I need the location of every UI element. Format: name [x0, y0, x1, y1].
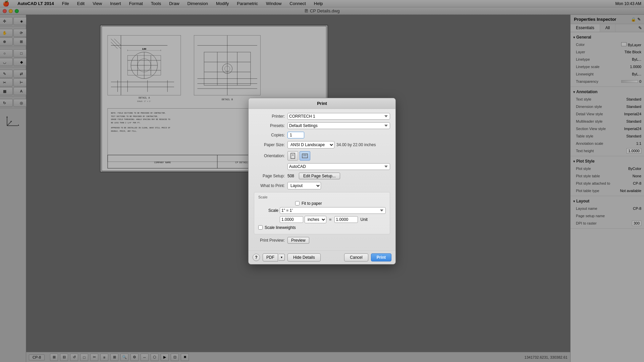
app-select-row: AutoCAD — [254, 163, 390, 170]
printer-row: Printer: CORRTECH 1 — [254, 113, 390, 120]
app-select-control: AutoCAD — [287, 163, 390, 170]
preview-button[interactable]: Preview — [287, 237, 309, 244]
scale-lineweights-checkbox[interactable] — [258, 225, 263, 230]
orientation-control — [287, 151, 390, 161]
dialog-title: Print — [249, 98, 395, 109]
orientation-row: Orientation: — [254, 151, 390, 161]
presets-control: Default Settings — [287, 122, 390, 129]
scale-input-right[interactable] — [334, 216, 358, 223]
help-button[interactable]: ? — [253, 254, 260, 261]
dialog-overlay: Print Printer: CORRTECH 1 Presets: Defau… — [0, 0, 644, 362]
copies-input[interactable] — [287, 132, 304, 138]
scale-lineweights-row: Scale lineweights — [258, 225, 386, 230]
page-setup-control: 508 Edit Page Setup... — [287, 173, 390, 179]
print-dialog: Print Printer: CORRTECH 1 Presets: Defau… — [248, 98, 396, 264]
scale-section: Scale Fit to paper Scale 1" = 1' — [254, 192, 390, 234]
fit-to-paper-row: Fit to paper — [258, 201, 386, 206]
orientation-portrait-btn[interactable] — [287, 151, 298, 161]
print-preview-row: Print Preview: Preview — [254, 237, 390, 244]
what-to-print-control: Layout — [287, 182, 390, 189]
print-preview-label: Print Preview: — [254, 238, 287, 243]
printer-label: Printer: — [254, 114, 287, 119]
page-setup-row: Page Setup: 508 Edit Page Setup... — [254, 173, 390, 179]
scale-inputs-row: inches = Unit — [258, 216, 386, 223]
page-setup-value: 508 — [287, 174, 294, 178]
what-to-print-row: What to Print: Layout — [254, 182, 390, 189]
copies-control — [287, 132, 390, 138]
presets-select[interactable]: Default Settings — [287, 122, 390, 129]
paper-size-row: Paper Size: ANSI D Landscape 34.00 by 22… — [254, 141, 390, 148]
dialog-body: Printer: CORRTECH 1 Presets: Default Set… — [249, 109, 395, 250]
printer-select[interactable]: CORRTECH 1 — [287, 113, 390, 120]
what-to-print-select[interactable]: Layout — [287, 182, 321, 189]
paper-dimensions: 34.00 by 22.00 inches — [336, 142, 376, 147]
what-to-print-label: What to Print: — [254, 183, 287, 188]
scale-equals: = — [328, 217, 333, 222]
copies-label: Copies: — [254, 133, 287, 137]
scale-unit-label: Unit — [359, 217, 369, 222]
scale-select-row: Scale 1" = 1' — [258, 207, 386, 214]
fit-to-paper-checkbox[interactable] — [295, 201, 300, 205]
orientation-label: Orientation: — [254, 154, 287, 158]
print-button[interactable]: Print — [371, 253, 391, 261]
dialog-footer: ? PDF ▾ Hide Details Cancel Print — [249, 250, 395, 264]
presets-row: Presets: Default Settings — [254, 122, 390, 129]
pdf-arrow-button[interactable]: ▾ — [279, 254, 285, 261]
scale-unit-select[interactable]: inches — [305, 216, 326, 223]
paper-size-control: ANSI D Landscape 34.00 by 22.00 inches — [287, 141, 390, 148]
pdf-button[interactable]: PDF — [263, 253, 278, 261]
edit-page-setup-button[interactable]: Edit Page Setup... — [299, 173, 340, 179]
paper-size-label: Paper Size: — [254, 142, 287, 147]
scale-input-left[interactable] — [280, 216, 303, 223]
scale-lineweights-label: Scale lineweights — [265, 225, 296, 230]
print-preview-control: Preview — [287, 237, 390, 244]
scale-section-label: Scale — [258, 195, 386, 199]
scale-select-label: Scale — [258, 208, 278, 213]
hide-details-button[interactable]: Hide Details — [287, 253, 321, 261]
pdf-btn-group: PDF ▾ — [263, 253, 285, 261]
orientation-landscape-btn[interactable] — [300, 151, 310, 161]
printer-control: CORRTECH 1 — [287, 113, 390, 120]
paper-size-select[interactable]: ANSI D Landscape — [287, 141, 334, 148]
page-setup-label: Page Setup: — [254, 174, 287, 178]
cancel-button[interactable]: Cancel — [344, 253, 368, 261]
app-select[interactable]: AutoCAD — [287, 163, 390, 170]
svg-rect-63 — [291, 153, 295, 159]
scale-select[interactable]: 1" = 1' — [280, 207, 386, 214]
copies-row: Copies: — [254, 132, 390, 138]
fit-to-paper-label: Fit to paper — [302, 201, 322, 206]
presets-label: Presets: — [254, 123, 287, 128]
